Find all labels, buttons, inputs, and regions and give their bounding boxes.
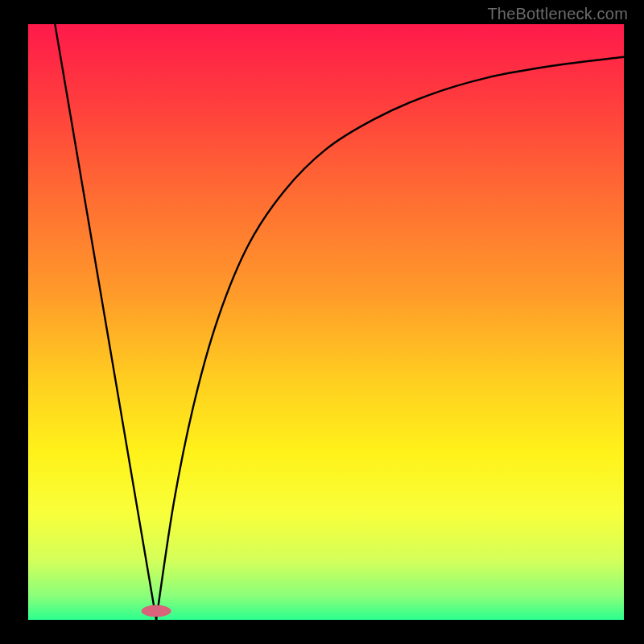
chart-svg xyxy=(28,24,624,620)
chart-frame: TheBottleneck.com xyxy=(0,0,644,644)
watermark-text: TheBottleneck.com xyxy=(487,5,628,23)
gradient-background xyxy=(28,24,624,620)
minimum-marker xyxy=(142,605,171,617)
plot-area xyxy=(28,24,624,620)
